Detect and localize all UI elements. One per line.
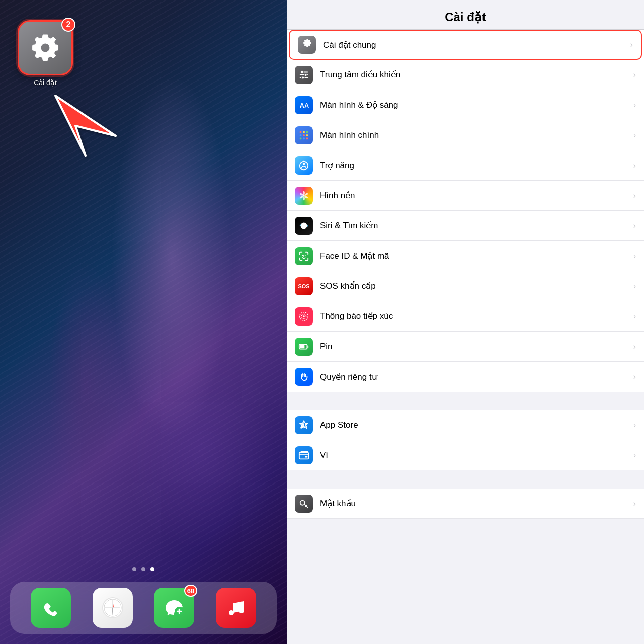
wallpaper-label: Hình nền bbox=[320, 190, 633, 201]
svg-point-29 bbox=[303, 195, 305, 197]
svg-rect-20 bbox=[306, 131, 308, 133]
general-icon bbox=[298, 36, 316, 54]
home-screen: 2 Cài đặt bbox=[0, 0, 287, 644]
page-dots bbox=[132, 567, 154, 571]
face-scan-icon bbox=[298, 251, 309, 262]
svg-rect-18 bbox=[300, 131, 302, 133]
siri-label: Siri & Tìm kiếm bbox=[320, 220, 633, 231]
settings-row-general[interactable]: Cài đặt chung › bbox=[289, 30, 642, 60]
appstore-svg-icon: A bbox=[298, 420, 309, 431]
dock-phone[interactable] bbox=[31, 588, 71, 628]
svg-rect-19 bbox=[303, 131, 305, 133]
svg-point-38 bbox=[301, 222, 307, 229]
section-gap-2 bbox=[287, 470, 644, 489]
settings-row-control-center[interactable]: Trung tâm điều khiển › bbox=[287, 60, 644, 90]
svg-rect-23 bbox=[306, 134, 308, 136]
control-center-chevron: › bbox=[633, 70, 636, 79]
display-icon: AA bbox=[295, 96, 313, 114]
hand-icon bbox=[298, 371, 309, 382]
wallpaper-swirl bbox=[0, 0, 287, 644]
svg-text:AA: AA bbox=[300, 101, 309, 109]
exposure-label: Thông báo tiếp xúc bbox=[320, 311, 633, 321]
settings-row-exposure[interactable]: Thông báo tiếp xúc › bbox=[287, 301, 644, 332]
settings-row-privacy[interactable]: Quyền riêng tư › bbox=[287, 362, 644, 392]
svg-point-16 bbox=[301, 76, 304, 79]
settings-row-wallpaper[interactable]: Hình nền › bbox=[287, 181, 644, 211]
svg-point-15 bbox=[304, 73, 307, 76]
privacy-label: Quyền riêng tư bbox=[320, 372, 633, 382]
wallet-icon bbox=[295, 446, 313, 464]
sliders-icon bbox=[298, 69, 309, 80]
settings-row-wallet[interactable]: Ví › bbox=[287, 440, 644, 470]
settings-row-appstore[interactable]: A App Store › bbox=[287, 410, 644, 440]
settings-header: Cài đặt bbox=[287, 0, 644, 30]
svg-point-10 bbox=[239, 608, 244, 613]
svg-point-31 bbox=[304, 192, 308, 196]
svg-rect-25 bbox=[303, 137, 305, 139]
display-chevron: › bbox=[633, 101, 636, 110]
settings-row-siri[interactable]: Siri & Tìm kiếm › bbox=[287, 211, 644, 241]
svg-point-40 bbox=[305, 255, 306, 256]
control-center-icon bbox=[295, 66, 313, 84]
dock-safari[interactable] bbox=[93, 588, 133, 628]
svg-rect-48 bbox=[299, 453, 308, 459]
settings-app-icon[interactable]: 2 Cài đặt bbox=[18, 20, 73, 87]
svg-point-34 bbox=[299, 195, 303, 199]
dock-music[interactable] bbox=[216, 588, 256, 628]
text-size-icon: AA bbox=[298, 100, 309, 111]
battery-icon bbox=[295, 338, 313, 356]
svg-rect-26 bbox=[306, 137, 308, 139]
svg-point-44 bbox=[303, 315, 305, 317]
person-circle-icon bbox=[298, 160, 309, 171]
settings-row-accessibility[interactable]: Trợ năng › bbox=[287, 150, 644, 181]
page-dot-1 bbox=[132, 567, 136, 571]
siri-chevron: › bbox=[633, 221, 636, 230]
section-gap-1 bbox=[287, 392, 644, 410]
grid-icon bbox=[298, 130, 309, 141]
svg-text:A: A bbox=[301, 422, 305, 428]
general-chevron: › bbox=[630, 40, 633, 49]
settings-panel: Cài đặt Cài đặt chung › bbox=[287, 0, 644, 644]
appstore-icon: A bbox=[295, 416, 313, 434]
settings-row-battery[interactable]: Pin › bbox=[287, 332, 644, 362]
faceid-chevron: › bbox=[633, 252, 636, 261]
dock-messages[interactable]: 68 bbox=[154, 588, 194, 628]
settings-row-sos[interactable]: SOS SOS khẩn cấp › bbox=[287, 271, 644, 301]
exposure-chevron: › bbox=[633, 312, 636, 321]
wallet-chevron: › bbox=[633, 451, 636, 460]
accessibility-icon bbox=[295, 156, 313, 175]
faceid-icon bbox=[295, 247, 313, 265]
sos-chevron: › bbox=[633, 282, 636, 291]
sos-icon: SOS bbox=[295, 277, 313, 295]
settings-section-3: Mật khẩu › bbox=[287, 489, 644, 519]
svg-rect-46 bbox=[300, 345, 304, 348]
siri-wave-icon bbox=[298, 220, 309, 231]
gear-icon bbox=[28, 30, 63, 65]
settings-icon-box: 2 bbox=[18, 20, 73, 75]
svg-rect-49 bbox=[305, 456, 308, 458]
accessibility-chevron: › bbox=[633, 161, 636, 170]
settings-row-passwords[interactable]: Mật khẩu › bbox=[287, 489, 644, 519]
svg-rect-22 bbox=[303, 134, 305, 136]
safari-icon bbox=[101, 596, 124, 619]
accessibility-label: Trợ năng bbox=[320, 160, 633, 171]
home-screen-chevron: › bbox=[633, 131, 636, 140]
svg-rect-21 bbox=[300, 134, 302, 136]
flower-icon bbox=[298, 190, 309, 201]
settings-row-display[interactable]: AA Màn hình & Độ sáng › bbox=[287, 90, 644, 120]
svg-point-35 bbox=[299, 192, 303, 196]
page-dot-2 bbox=[141, 567, 145, 571]
settings-row-home[interactable]: Màn hình chính › bbox=[287, 120, 644, 150]
settings-title: Cài đặt bbox=[445, 10, 486, 24]
settings-row-faceid[interactable]: Face ID & Mật mã › bbox=[287, 241, 644, 271]
dots-circle-icon bbox=[298, 311, 309, 322]
passwords-chevron: › bbox=[633, 499, 636, 508]
wallet-svg-icon bbox=[298, 450, 309, 461]
svg-point-39 bbox=[302, 255, 303, 256]
svg-point-9 bbox=[229, 610, 234, 615]
settings-section-1: Cài đặt chung › Trung tâm điều khiển › bbox=[287, 30, 644, 392]
messages-icon bbox=[163, 596, 186, 619]
sos-text: SOS bbox=[298, 283, 309, 289]
svg-marker-0 bbox=[55, 96, 116, 156]
red-arrow-icon bbox=[45, 86, 126, 166]
